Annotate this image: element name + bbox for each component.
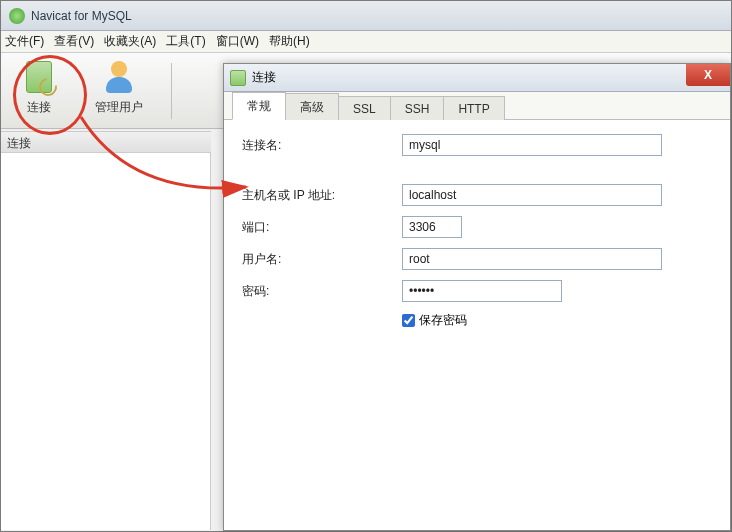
menu-window[interactable]: 窗口(W): [216, 33, 259, 50]
main-window: Navicat for MySQL 文件(F) 查看(V) 收藏夹(A) 工具(…: [0, 0, 732, 532]
app-icon: [9, 8, 25, 24]
dialog-titlebar: 连接 X: [224, 64, 730, 92]
manage-users-button[interactable]: 管理用户: [91, 59, 147, 116]
user-icon: [104, 61, 134, 93]
label-save-password: 保存密码: [419, 312, 467, 329]
tab-http[interactable]: HTTP: [443, 96, 504, 120]
label-conn-name: 连接名:: [242, 137, 402, 154]
connection-form: 连接名: 主机名或 IP 地址: 端口: 用户名: 密码: 保存密码: [224, 120, 730, 343]
dialog-icon: [230, 70, 246, 86]
toolbar-separator: [171, 63, 172, 119]
sidebar-header: 连接: [1, 131, 211, 153]
connection-icon: [26, 61, 52, 93]
app-title: Navicat for MySQL: [31, 9, 132, 23]
menu-tools[interactable]: 工具(T): [166, 33, 205, 50]
dialog-title: 连接: [252, 69, 276, 86]
label-password: 密码:: [242, 283, 402, 300]
tab-advanced[interactable]: 高级: [285, 93, 339, 120]
tab-ssh[interactable]: SSH: [390, 96, 445, 120]
menu-fav[interactable]: 收藏夹(A): [104, 33, 156, 50]
tab-ssl[interactable]: SSL: [338, 96, 391, 120]
label-host: 主机名或 IP 地址:: [242, 187, 402, 204]
connection-dialog: 连接 X 常规 高级 SSL SSH HTTP 连接名: 主机名或 IP 地址:…: [223, 63, 731, 531]
close-button[interactable]: X: [686, 64, 730, 86]
menu-view[interactable]: 查看(V): [54, 33, 94, 50]
input-host[interactable]: [402, 184, 662, 206]
input-conn-name[interactable]: [402, 134, 662, 156]
tab-general[interactable]: 常规: [232, 92, 286, 120]
sidebar-panel: [1, 153, 211, 530]
tabstrip: 常规 高级 SSL SSH HTTP: [224, 92, 730, 120]
menu-file[interactable]: 文件(F): [5, 33, 44, 50]
connect-label: 连接: [27, 99, 51, 116]
label-user: 用户名:: [242, 251, 402, 268]
menu-help[interactable]: 帮助(H): [269, 33, 310, 50]
input-user[interactable]: [402, 248, 662, 270]
manage-users-label: 管理用户: [95, 99, 143, 116]
connect-button[interactable]: 连接: [11, 59, 67, 116]
input-port[interactable]: [402, 216, 462, 238]
titlebar: Navicat for MySQL: [1, 1, 731, 31]
label-port: 端口:: [242, 219, 402, 236]
checkbox-save-password[interactable]: [402, 314, 415, 327]
input-password[interactable]: [402, 280, 562, 302]
menubar: 文件(F) 查看(V) 收藏夹(A) 工具(T) 窗口(W) 帮助(H): [1, 31, 731, 53]
